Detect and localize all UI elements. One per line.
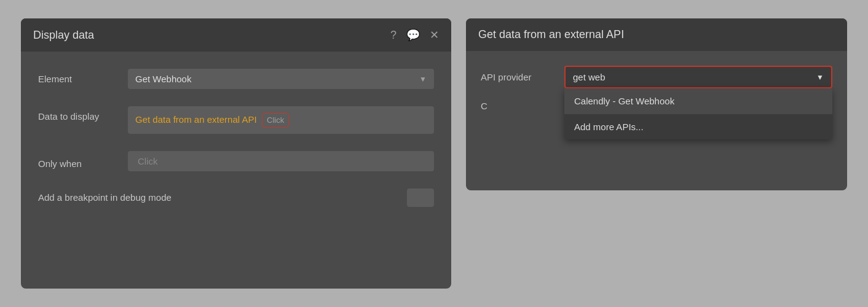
panel-body-left: Element Get Webhook ▼ Data to display Ge… bbox=[21, 52, 451, 224]
panel-title-left: Display data bbox=[33, 29, 94, 42]
dropdown-item-calendly[interactable]: Calendly - Get Webhook bbox=[564, 88, 832, 114]
element-chevron-icon: ▼ bbox=[419, 75, 427, 84]
external-api-panel: Get data from an external API API provid… bbox=[466, 18, 847, 190]
data-to-display-control: Get data from an external API Click bbox=[128, 106, 434, 134]
data-display-box: Get data from an external API Click bbox=[128, 106, 434, 134]
dropdown-item-add-more[interactable]: Add more APIs... bbox=[564, 114, 832, 139]
api-provider-select[interactable]: get web ▼ bbox=[564, 66, 832, 88]
api-panel-body: API provider get web ▼ Calendly - Get We… bbox=[466, 51, 847, 88]
data-click-badge[interactable]: Click bbox=[262, 113, 289, 128]
element-select-wrapper: Get Webhook ▼ bbox=[128, 69, 434, 89]
breakpoint-toggle[interactable] bbox=[407, 188, 434, 207]
element-select[interactable]: Get Webhook ▼ bbox=[128, 69, 434, 89]
api-provider-value: get web bbox=[573, 72, 606, 82]
help-icon[interactable]: ? bbox=[390, 29, 397, 42]
panel-header-left: Display data ? 💬 ✕ bbox=[21, 18, 451, 52]
panel-header-right: Get data from an external API bbox=[466, 18, 847, 51]
element-row: Element Get Webhook ▼ bbox=[38, 69, 434, 89]
close-icon[interactable]: ✕ bbox=[430, 28, 439, 42]
display-data-panel: Display data ? 💬 ✕ Element Get Webhook ▼ bbox=[21, 18, 451, 289]
data-to-display-label: Data to display bbox=[38, 106, 118, 122]
breakpoint-row: Add a breakpoint in debug mode bbox=[38, 188, 434, 207]
data-to-display-row: Data to display Get data from an externa… bbox=[38, 106, 434, 134]
element-select-value: Get Webhook bbox=[135, 74, 191, 84]
dropdown-item-label-add-more: Add more APIs... bbox=[574, 122, 644, 132]
only-when-label: Only when bbox=[38, 154, 118, 169]
only-when-row: Only when Click bbox=[38, 151, 434, 171]
panel-title-right: Get data from an external API bbox=[478, 28, 624, 41]
only-when-placeholder: Click bbox=[138, 156, 158, 166]
api-dropdown: Calendly - Get Webhook Add more APIs... bbox=[564, 88, 832, 139]
api-provider-label: API provider bbox=[481, 72, 554, 82]
breakpoint-label: Add a breakpoint in debug mode bbox=[38, 192, 397, 203]
api-select-wrapper: get web ▼ Calendly - Get Webhook Add mor… bbox=[564, 66, 832, 88]
element-label: Element bbox=[38, 69, 118, 84]
dropdown-item-label-calendly: Calendly - Get Webhook bbox=[574, 96, 674, 106]
api-provider-row: API provider get web ▼ Calendly - Get We… bbox=[481, 66, 832, 88]
only-when-input[interactable]: Click bbox=[128, 151, 434, 171]
data-link[interactable]: Get data from an external API bbox=[135, 114, 257, 125]
header-icons: ? 💬 ✕ bbox=[390, 28, 439, 42]
api-chevron-icon: ▼ bbox=[816, 73, 824, 82]
comment-icon[interactable]: 💬 bbox=[406, 28, 420, 42]
second-row-label: C bbox=[481, 101, 554, 111]
